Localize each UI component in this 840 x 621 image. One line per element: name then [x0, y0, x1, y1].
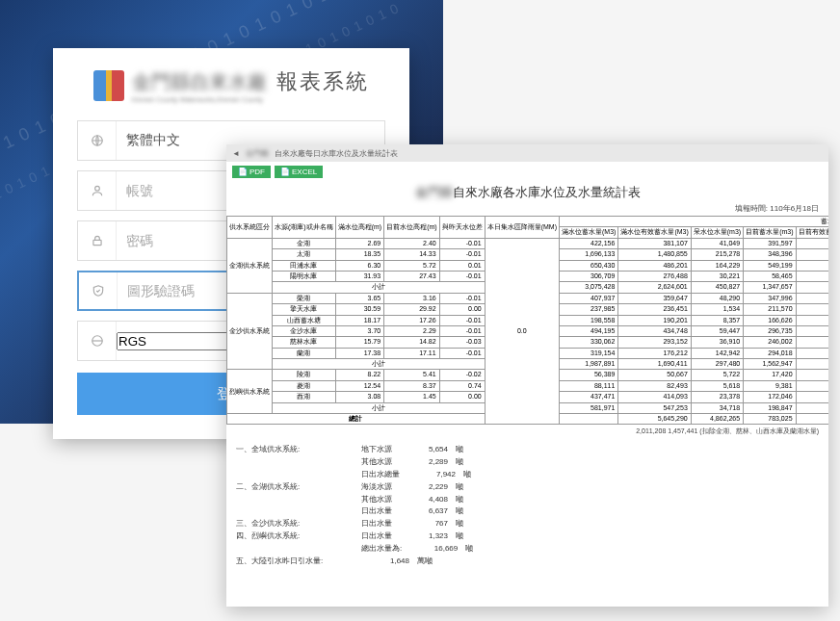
tab-prefix-blurred: 金門縣: [246, 148, 269, 159]
col-g1: 滿水位蓄水量(M3): [560, 227, 618, 238]
globe-icon: [78, 121, 117, 160]
footnote: 2,011,208 1,457,441 (扣除金湖、慈林、山西水庫及蘭湖水量): [226, 425, 828, 438]
col-curelev: 目前水位高程(m): [384, 217, 440, 239]
data-table: 供水系統區分 水源(湖庫)或井名稱 滿水位高程(m) 目前水位高程(m) 與昨天…: [226, 216, 828, 425]
app-title: 報表系統: [276, 69, 369, 93]
excel-button[interactable]: 📄EXCEL: [275, 166, 323, 178]
col-diff: 與昨天水位差: [439, 217, 485, 239]
col-g3: 呆水位水量(m3): [691, 227, 743, 238]
col-system: 供水系統區分: [227, 217, 273, 239]
report-tab-title: 自來水廠每日水庫水位及水量統計表: [275, 148, 398, 159]
sum-5: 五、大陸引水昨日引水量:: [236, 556, 342, 568]
logo-icon: [93, 70, 124, 101]
lock-icon: [78, 221, 117, 260]
logo-subtitle: Kinmen County Waterworks,Kinmen County: [132, 96, 369, 103]
globe-icon: [78, 322, 117, 360]
col-source: 水源(湖庫)或井名稱: [273, 217, 336, 239]
shield-icon: [79, 272, 118, 309]
pdf-label: PDF: [249, 168, 265, 176]
user-icon: [78, 171, 117, 210]
col-g5: 目前有效蓄水量(m3): [796, 227, 828, 238]
file-icon: 📄: [280, 168, 290, 176]
logo-area: 金門縣自來水廠 報表系統 Kinmen County Waterworks,Ki…: [77, 67, 385, 103]
file-icon: 📄: [238, 168, 248, 176]
table-header: 供水系統區分 水源(湖庫)或井名稱 滿水位高程(m) 目前水位高程(m) 與昨天…: [227, 217, 829, 239]
sum-4: 四、烈嶼供水系統:: [236, 530, 342, 543]
sum-2: 二、金湖供水系統:: [236, 481, 342, 494]
report-titlebar: ◄ 金門縣 自來水廠每日水庫水位及水量統計表: [226, 144, 828, 162]
table-row: 金湖供水系統金湖2.692.40-0.010.0422,156381,10741…: [227, 238, 829, 248]
col-fullelev: 滿水位高程(m): [335, 217, 384, 239]
col-g2: 滿水位有效蓄水量(M3): [618, 227, 691, 238]
report-title: 金門縣自來水廠各水庫水位及水量統計表: [226, 182, 828, 203]
table-body: 金湖供水系統金湖2.692.40-0.010.0422,156381,10741…: [227, 238, 829, 425]
svg-point-1: [94, 186, 99, 191]
col-rain: 本日集水區降雨量(MM): [485, 217, 559, 239]
svg-rect-2: [92, 240, 100, 245]
report-window: ◄ 金門縣 自來水廠每日水庫水位及水量統計表 📄PDF 📄EXCEL 金門縣自來…: [226, 144, 828, 607]
back-icon[interactable]: ◄: [232, 149, 240, 158]
excel-label: EXCEL: [292, 168, 317, 176]
report-date: 填報時間: 110年6月18日: [226, 203, 828, 216]
pdf-button[interactable]: 📄PDF: [232, 166, 271, 178]
summary-section: 一、全域供水系統:地下水源5,654噸 其他水源2,289噸 日出水總量7,94…: [226, 438, 828, 573]
col-g4: 目前蓄水量(m3): [744, 227, 796, 238]
export-toolbar: 📄PDF 📄EXCEL: [226, 162, 828, 182]
col-storage-group: 蓄水情形: [560, 217, 829, 227]
sum-1: 一、全域供水系統:: [236, 444, 342, 456]
logo-org-blurred: 金門縣自來水廠: [132, 71, 267, 92]
sum-3: 三、金沙供水系統:: [236, 518, 342, 530]
